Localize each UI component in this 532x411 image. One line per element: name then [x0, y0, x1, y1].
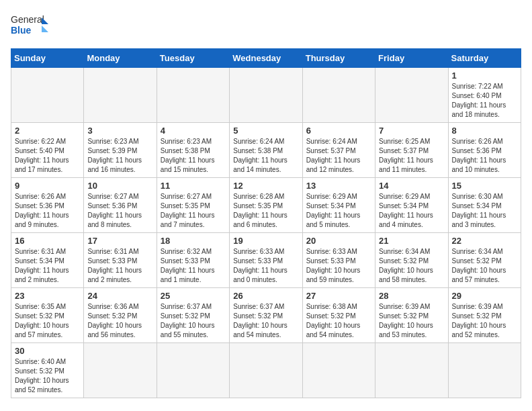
day-info: Sunrise: 6:32 AM Sunset: 5:33 PM Dayligh… [161, 247, 226, 285]
calendar-cell: 26Sunrise: 6:37 AM Sunset: 5:32 PM Dayli… [230, 288, 302, 343]
calendar-week-row: 23Sunrise: 6:35 AM Sunset: 5:32 PM Dayli… [11, 288, 521, 343]
day-number: 15 [452, 181, 517, 191]
day-header-friday: Friday [375, 49, 448, 68]
day-info: Sunrise: 6:25 AM Sunset: 5:37 PM Dayligh… [379, 137, 444, 175]
day-number: 23 [15, 291, 80, 301]
day-number: 21 [379, 236, 444, 246]
calendar-cell: 4Sunrise: 6:23 AM Sunset: 5:38 PM Daylig… [157, 123, 229, 178]
day-number: 14 [379, 181, 444, 191]
day-info: Sunrise: 6:29 AM Sunset: 5:34 PM Dayligh… [379, 192, 444, 230]
calendar-cell: 1Sunrise: 7:22 AM Sunset: 6:40 PM Daylig… [448, 68, 521, 123]
calendar-cell [375, 343, 448, 398]
calendar-cell: 23Sunrise: 6:35 AM Sunset: 5:32 PM Dayli… [11, 288, 84, 343]
calendar-cell: 27Sunrise: 6:38 AM Sunset: 5:32 PM Dayli… [302, 288, 375, 343]
day-info: Sunrise: 6:27 AM Sunset: 5:36 PM Dayligh… [87, 192, 152, 230]
day-number: 3 [87, 126, 152, 136]
day-number: 26 [233, 291, 298, 301]
calendar-cell: 18Sunrise: 6:32 AM Sunset: 5:33 PM Dayli… [157, 233, 229, 288]
day-number: 9 [15, 181, 80, 191]
day-info: Sunrise: 6:33 AM Sunset: 5:33 PM Dayligh… [306, 247, 371, 285]
calendar-cell [157, 343, 229, 398]
day-number: 25 [161, 291, 226, 301]
calendar-cell: 7Sunrise: 6:25 AM Sunset: 5:37 PM Daylig… [375, 123, 448, 178]
day-number: 7 [379, 126, 444, 136]
day-info: Sunrise: 6:31 AM Sunset: 5:34 PM Dayligh… [15, 247, 80, 285]
day-info: Sunrise: 6:36 AM Sunset: 5:32 PM Dayligh… [87, 302, 152, 340]
calendar-cell [230, 68, 302, 123]
calendar-cell: 16Sunrise: 6:31 AM Sunset: 5:34 PM Dayli… [11, 233, 84, 288]
day-info: Sunrise: 6:30 AM Sunset: 5:34 PM Dayligh… [452, 192, 517, 230]
calendar-header-row: SundayMondayTuesdayWednesdayThursdayFrid… [11, 49, 521, 68]
day-number: 24 [87, 291, 152, 301]
calendar-cell: 5Sunrise: 6:24 AM Sunset: 5:38 PM Daylig… [230, 123, 302, 178]
logo: GeneralBlue [11, 11, 51, 40]
calendar-week-row: 9Sunrise: 6:26 AM Sunset: 5:36 PM Daylig… [11, 178, 521, 233]
calendar-cell [302, 343, 375, 398]
day-header-thursday: Thursday [302, 49, 375, 68]
calendar-week-row: 30Sunrise: 6:40 AM Sunset: 5:32 PM Dayli… [11, 343, 521, 398]
day-info: Sunrise: 6:34 AM Sunset: 5:32 PM Dayligh… [379, 247, 444, 285]
day-number: 27 [306, 291, 371, 301]
calendar-cell: 20Sunrise: 6:33 AM Sunset: 5:33 PM Dayli… [302, 233, 375, 288]
calendar-cell [448, 343, 521, 398]
day-info: Sunrise: 6:40 AM Sunset: 5:32 PM Dayligh… [15, 357, 80, 395]
day-header-wednesday: Wednesday [230, 49, 302, 68]
day-number: 20 [306, 236, 371, 246]
day-info: Sunrise: 6:24 AM Sunset: 5:38 PM Dayligh… [233, 137, 298, 175]
calendar-cell: 3Sunrise: 6:23 AM Sunset: 5:39 PM Daylig… [84, 123, 157, 178]
svg-marker-2 [42, 17, 48, 24]
day-number: 17 [87, 236, 152, 246]
page-header: GeneralBlue [11, 11, 521, 40]
calendar-cell: 28Sunrise: 6:39 AM Sunset: 5:32 PM Dayli… [375, 288, 448, 343]
day-number: 8 [452, 126, 517, 136]
svg-marker-3 [42, 26, 48, 32]
calendar-cell: 6Sunrise: 6:24 AM Sunset: 5:37 PM Daylig… [302, 123, 375, 178]
calendar-cell: 10Sunrise: 6:27 AM Sunset: 5:36 PM Dayli… [84, 178, 157, 233]
calendar-week-row: 2Sunrise: 6:22 AM Sunset: 5:40 PM Daylig… [11, 123, 521, 178]
day-number: 19 [233, 236, 298, 246]
calendar-cell: 22Sunrise: 6:34 AM Sunset: 5:32 PM Dayli… [448, 233, 521, 288]
day-number: 28 [379, 291, 444, 301]
calendar-week-row: 16Sunrise: 6:31 AM Sunset: 5:34 PM Dayli… [11, 233, 521, 288]
calendar-table: SundayMondayTuesdayWednesdayThursdayFrid… [11, 48, 521, 398]
day-number: 6 [306, 126, 371, 136]
day-number: 22 [452, 236, 517, 246]
day-number: 29 [452, 291, 517, 301]
calendar-cell: 30Sunrise: 6:40 AM Sunset: 5:32 PM Dayli… [11, 343, 84, 398]
day-info: Sunrise: 6:28 AM Sunset: 5:35 PM Dayligh… [233, 192, 298, 230]
day-number: 30 [15, 346, 80, 356]
day-info: Sunrise: 6:26 AM Sunset: 5:36 PM Dayligh… [15, 192, 80, 230]
calendar-cell [84, 343, 157, 398]
day-info: Sunrise: 6:39 AM Sunset: 5:32 PM Dayligh… [379, 302, 444, 340]
day-info: Sunrise: 6:33 AM Sunset: 5:33 PM Dayligh… [233, 247, 298, 285]
day-number: 13 [306, 181, 371, 191]
day-info: Sunrise: 6:35 AM Sunset: 5:32 PM Dayligh… [15, 302, 80, 340]
day-number: 1 [452, 71, 517, 81]
calendar-cell: 14Sunrise: 6:29 AM Sunset: 5:34 PM Dayli… [375, 178, 448, 233]
day-info: Sunrise: 6:39 AM Sunset: 5:32 PM Dayligh… [452, 302, 517, 340]
calendar-cell: 29Sunrise: 6:39 AM Sunset: 5:32 PM Dayli… [448, 288, 521, 343]
calendar-cell: 19Sunrise: 6:33 AM Sunset: 5:33 PM Dayli… [230, 233, 302, 288]
day-info: Sunrise: 6:23 AM Sunset: 5:38 PM Dayligh… [161, 137, 226, 175]
calendar-cell: 9Sunrise: 6:26 AM Sunset: 5:36 PM Daylig… [11, 178, 84, 233]
day-info: Sunrise: 7:22 AM Sunset: 6:40 PM Dayligh… [452, 82, 517, 120]
day-info: Sunrise: 6:24 AM Sunset: 5:37 PM Dayligh… [306, 137, 371, 175]
calendar-cell: 13Sunrise: 6:29 AM Sunset: 5:34 PM Dayli… [302, 178, 375, 233]
day-info: Sunrise: 6:29 AM Sunset: 5:34 PM Dayligh… [306, 192, 371, 230]
day-number: 11 [161, 181, 226, 191]
day-header-saturday: Saturday [448, 49, 521, 68]
day-header-sunday: Sunday [11, 49, 84, 68]
calendar-cell: 17Sunrise: 6:31 AM Sunset: 5:33 PM Dayli… [84, 233, 157, 288]
calendar-cell: 25Sunrise: 6:37 AM Sunset: 5:32 PM Dayli… [157, 288, 229, 343]
calendar-cell [230, 343, 302, 398]
calendar-cell: 11Sunrise: 6:27 AM Sunset: 5:35 PM Dayli… [157, 178, 229, 233]
day-number: 18 [161, 236, 226, 246]
day-info: Sunrise: 6:27 AM Sunset: 5:35 PM Dayligh… [161, 192, 226, 230]
calendar-cell [84, 68, 157, 123]
day-info: Sunrise: 6:23 AM Sunset: 5:39 PM Dayligh… [87, 137, 152, 175]
day-info: Sunrise: 6:38 AM Sunset: 5:32 PM Dayligh… [306, 302, 371, 340]
calendar-cell [11, 68, 84, 123]
logo-svg: GeneralBlue [11, 11, 51, 40]
calendar-cell: 15Sunrise: 6:30 AM Sunset: 5:34 PM Dayli… [448, 178, 521, 233]
calendar-cell [302, 68, 375, 123]
